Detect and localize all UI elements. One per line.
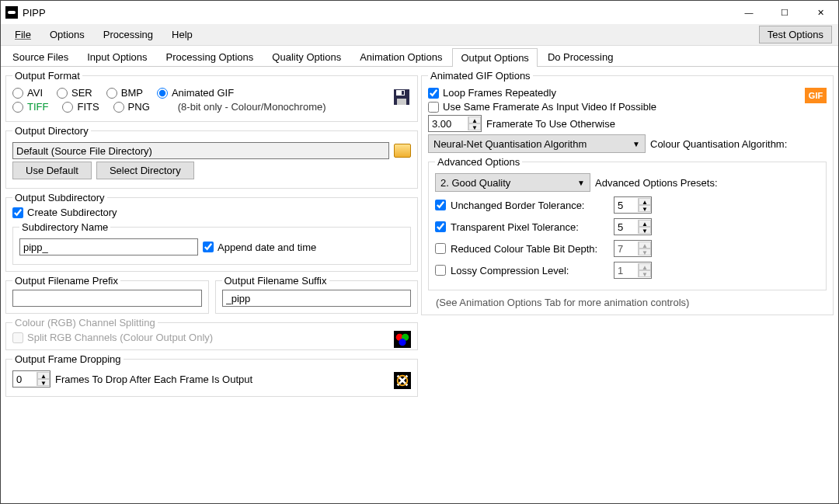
animated-gif-options-group: Animated GIF Options GIF Loop Frames Rep… bbox=[421, 70, 834, 315]
format-png[interactable]: PNG bbox=[113, 101, 150, 113]
subdirectory-name-group: Subdirectory Name Append date and time bbox=[12, 221, 411, 265]
same-framerate-check[interactable]: Use Same Framerate As Input Video If Pos… bbox=[428, 101, 827, 113]
quantisation-label: Colour Quantisation Algorithm: bbox=[650, 138, 787, 150]
format-note: (8-bit only - Colour/Monochrome) bbox=[178, 101, 326, 113]
app-icon bbox=[5, 6, 18, 19]
svg-rect-2 bbox=[397, 99, 406, 105]
frame-dropping-legend: Output Frame Dropping bbox=[12, 353, 124, 365]
gif-badge-icon: GIF bbox=[805, 88, 827, 103]
output-subdirectory-legend: Output Subdirectory bbox=[12, 192, 107, 203]
animated-gif-options-legend: Animated GIF Options bbox=[428, 70, 533, 82]
frames-to-drop-spin[interactable]: ▲▼ bbox=[12, 370, 50, 388]
rgb-icon bbox=[394, 331, 411, 348]
window-title: PIPP bbox=[23, 7, 731, 19]
menu-options[interactable]: Options bbox=[42, 26, 92, 43]
test-options-button[interactable]: Test Options bbox=[759, 26, 832, 43]
maximize-button[interactable]: ☐ bbox=[767, 1, 802, 24]
output-directory-field bbox=[12, 142, 389, 159]
append-date-time-check[interactable]: Append date and time bbox=[203, 242, 316, 253]
svg-rect-3 bbox=[402, 91, 404, 95]
select-directory-button[interactable]: Select Directory bbox=[96, 162, 194, 179]
menu-processing[interactable]: Processing bbox=[96, 26, 161, 43]
filename-prefix-input[interactable] bbox=[12, 290, 202, 307]
folder-icon[interactable] bbox=[394, 144, 411, 158]
format-avi[interactable]: AVI bbox=[12, 87, 43, 99]
content: Output Format AVI SER BMP Animated GIF T… bbox=[1, 67, 838, 503]
lossy-compression-spin: ▲▼ bbox=[614, 262, 652, 279]
frames-to-drop-label: Frames To Drop After Each Frame Is Outpu… bbox=[55, 374, 252, 385]
filename-suffix-legend: Output Filename Suffix bbox=[222, 275, 329, 287]
filename-prefix-legend: Output Filename Prefix bbox=[12, 275, 120, 287]
tab-quality-options[interactable]: Quality Options bbox=[263, 47, 350, 66]
format-animated-gif[interactable]: Animated GIF bbox=[157, 87, 234, 99]
filename-prefix-group: Output Filename Prefix bbox=[5, 275, 209, 314]
left-column: Output Format AVI SER BMP Animated GIF T… bbox=[5, 70, 418, 500]
border-tolerance-check[interactable]: Unchanged Border Tolerance: bbox=[435, 200, 614, 211]
format-ser[interactable]: SER bbox=[57, 87, 92, 99]
filename-suffix-group: Output Filename Suffix bbox=[215, 275, 419, 314]
create-subdirectory-check[interactable]: Create Subdirectory bbox=[12, 207, 411, 218]
titlebar: PIPP — ☐ ✕ bbox=[1, 1, 838, 24]
output-directory-legend: Output Directory bbox=[12, 125, 91, 137]
app-window: PIPP — ☐ ✕ File Options Processing Help … bbox=[0, 0, 839, 504]
right-column: Animated GIF Options GIF Loop Frames Rep… bbox=[421, 70, 834, 500]
minimize-button[interactable]: — bbox=[731, 1, 767, 24]
menu-file[interactable]: File bbox=[7, 26, 39, 43]
quantisation-combo[interactable]: Neural-Net Quantisation Algorithm▼ bbox=[428, 134, 646, 153]
format-fits[interactable]: FITS bbox=[62, 101, 99, 113]
tab-output-options[interactable]: Output Options bbox=[452, 48, 537, 67]
output-format-group: Output Format AVI SER BMP Animated GIF T… bbox=[5, 70, 418, 122]
filename-suffix-input[interactable] bbox=[222, 290, 412, 307]
transparent-tolerance-spin[interactable]: ▲▼ bbox=[614, 218, 652, 235]
tab-input-options[interactable]: Input Options bbox=[78, 47, 155, 66]
output-subdirectory-group: Output Subdirectory Create Subdirectory … bbox=[5, 192, 418, 272]
output-directory-group: Output Directory Use Default Select Dire… bbox=[5, 125, 418, 189]
output-format-legend: Output Format bbox=[12, 70, 82, 82]
gif-footnote: (See Animation Options Tab for more anim… bbox=[428, 297, 827, 308]
use-default-button[interactable]: Use Default bbox=[12, 162, 92, 179]
tab-do-processing[interactable]: Do Processing bbox=[539, 47, 622, 66]
lossy-compression-check[interactable]: Lossy Compression Level: bbox=[435, 265, 614, 276]
tab-animation-options[interactable]: Animation Options bbox=[351, 47, 451, 66]
save-icon[interactable] bbox=[392, 88, 411, 106]
framerate-label: Framerate To Use Otherwise bbox=[486, 118, 615, 130]
close-button[interactable]: ✕ bbox=[802, 1, 838, 24]
advanced-preset-label: Advanced Options Presets: bbox=[595, 177, 718, 189]
advanced-preset-combo[interactable]: 2. Good Quality▼ bbox=[435, 173, 590, 192]
reduced-colour-spin: ▲▼ bbox=[614, 240, 652, 257]
loop-frames-check[interactable]: Loop Frames Repeatedly bbox=[428, 87, 827, 99]
menu-help[interactable]: Help bbox=[164, 26, 200, 43]
subdirectory-name-input[interactable] bbox=[19, 238, 198, 255]
format-bmp[interactable]: BMP bbox=[106, 87, 143, 99]
tab-processing-options[interactable]: Processing Options bbox=[158, 47, 263, 66]
menubar: File Options Processing Help Test Option… bbox=[1, 24, 838, 46]
advanced-options-group: Advanced Options 2. Good Quality▼ Advanc… bbox=[428, 156, 827, 290]
subdirectory-name-legend: Subdirectory Name bbox=[19, 221, 110, 233]
reduced-colour-check[interactable]: Reduced Colour Table Bit Depth: bbox=[435, 243, 614, 255]
format-tiff[interactable]: TIFF bbox=[12, 101, 48, 113]
split-rgb-check: Split RGB Channels (Colour Output Only) bbox=[12, 332, 411, 343]
rgb-splitting-legend: Colour (RGB) Channel Splitting bbox=[12, 317, 158, 328]
framerate-spin[interactable]: ▲▼ bbox=[428, 115, 482, 132]
advanced-options-legend: Advanced Options bbox=[435, 156, 522, 168]
svg-point-7 bbox=[399, 339, 406, 346]
window-buttons: — ☐ ✕ bbox=[731, 1, 838, 24]
transparent-tolerance-check[interactable]: Transparent Pixel Tolerance: bbox=[435, 221, 614, 233]
tabs: Source Files Input Options Processing Op… bbox=[1, 46, 838, 67]
drop-frames-icon bbox=[394, 372, 411, 389]
frame-dropping-group: Output Frame Dropping ▲▼ Frames To Drop … bbox=[5, 353, 418, 397]
border-tolerance-spin[interactable]: ▲▼ bbox=[614, 196, 652, 214]
tab-source-files[interactable]: Source Files bbox=[4, 47, 77, 66]
rgb-splitting-group: Colour (RGB) Channel Splitting Split RGB… bbox=[5, 317, 418, 350]
